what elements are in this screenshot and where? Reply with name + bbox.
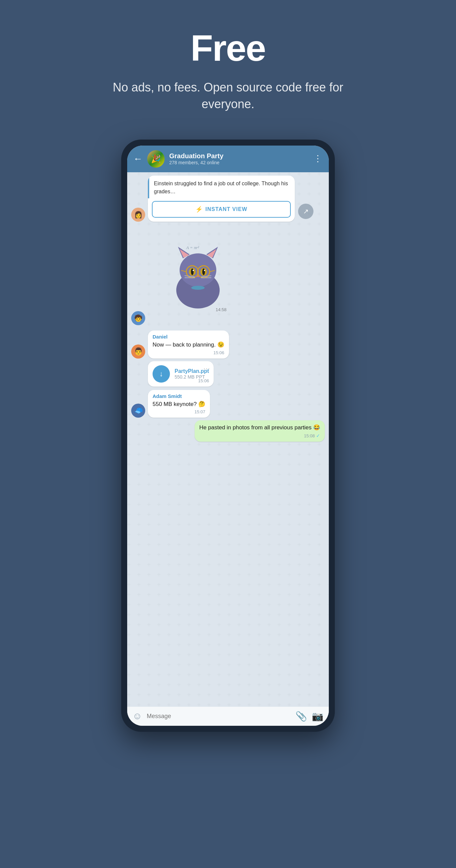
message-meta: 15:08 ✓ [199, 433, 320, 438]
text-message-bubble: Adam Smidt 550 MB keynote? 🤔 15:07 [148, 390, 210, 418]
table-row: 🧒 A = πr² V = l³ P = 2πr A = πr³ s = √(r… [131, 225, 325, 325]
message-time: 15:06 [213, 350, 224, 355]
table-row: 🧢 Adam Smidt 550 MB keynote? 🤔 15:07 [131, 390, 325, 418]
svg-point-14 [202, 269, 205, 275]
camera-button[interactable]: 📷 [312, 711, 324, 722]
lightning-icon: ⚡ [195, 206, 203, 213]
phone-screen: ← 🎉 Graduation Party 278 members, 42 onl… [127, 146, 329, 726]
sticker-message: A = πr² V = l³ P = 2πr A = πr³ s = √(r²+… [148, 225, 248, 325]
svg-point-16 [204, 270, 205, 271]
article-preview-text: Einstein struggled to find a job out of … [148, 176, 295, 198]
svg-point-15 [193, 270, 194, 271]
text-message-bubble: Daniel Now — back to planning. 😉 15:06 [148, 331, 229, 359]
avatar: 👩 [131, 208, 145, 222]
attach-button[interactable]: 📎 [296, 711, 307, 722]
back-button[interactable]: ← [133, 154, 143, 163]
phone-frame: ← 🎉 Graduation Party 278 members, 42 onl… [121, 140, 335, 732]
message-time: 15:07 [194, 409, 205, 414]
more-options-button[interactable]: ⋮ [313, 154, 323, 164]
message-meta: 15:06 [153, 350, 224, 355]
table-row: He pasted in photos from all previous pa… [131, 420, 325, 442]
group-name: Graduation Party [169, 152, 309, 160]
group-avatar: 🎉 [147, 150, 164, 167]
file-message-bubble: ↓ PartyPlan.ppt 550.2 MB PPT ⋯ 15:06 [148, 361, 214, 386]
download-button[interactable]: ↓ [153, 365, 170, 382]
message-input[interactable] [147, 713, 291, 720]
avatar: 🧒 [131, 311, 145, 325]
chat-header: ← 🎉 Graduation Party 278 members, 42 onl… [127, 146, 329, 172]
instant-view-label: INSTANT VIEW [205, 206, 247, 212]
message-meta: 15:07 [153, 409, 205, 414]
file-more-button[interactable]: ⋯ [203, 365, 210, 373]
share-button[interactable]: ↗ [298, 204, 313, 219]
emoji-button[interactable]: ☺ [132, 711, 142, 721]
table-row: ↓ PartyPlan.ppt 550.2 MB PPT ⋯ 15:06 [131, 361, 325, 386]
message-text: He pasted in photos from all previous pa… [199, 424, 320, 431]
hero-subtitle: No ads, no fees. Open source code free f… [111, 79, 345, 113]
instant-view-button[interactable]: ⚡ INSTANT VIEW [152, 201, 291, 218]
cat-sticker: 14:58 [166, 238, 230, 312]
message-sender: Daniel [153, 334, 224, 340]
message-time: 15:08 [304, 433, 315, 438]
hero-section: Free No ads, no fees. Open source code f… [0, 0, 456, 133]
svg-text:14:58: 14:58 [216, 307, 227, 312]
message-text: Now — back to planning. 😉 [153, 342, 224, 348]
chat-body: 👩 Einstein struggled to find a job out o… [127, 172, 329, 706]
group-status: 278 members, 42 online [169, 160, 309, 165]
table-row: 👨 Daniel Now — back to planning. 😉 15:06 [131, 331, 325, 359]
hero-title: Free [13, 27, 443, 69]
message-sender: Adam Smidt [153, 393, 205, 399]
file-time: 15:06 [198, 378, 209, 383]
avatar: 👨 [131, 344, 145, 359]
svg-point-13 [191, 269, 193, 275]
header-info: Graduation Party 278 members, 42 online [169, 152, 309, 165]
table-row: 👩 Einstein struggled to find a job out o… [131, 176, 325, 222]
message-input-bar: ☺ 📎 📷 [127, 706, 329, 726]
read-receipt-icon: ✓ [316, 433, 320, 438]
message-text: 550 MB keynote? 🤔 [153, 401, 205, 407]
article-message-bubble: Einstein struggled to find a job out of … [148, 176, 295, 222]
own-message-bubble: He pasted in photos from all previous pa… [194, 420, 325, 442]
svg-point-22 [191, 286, 205, 290]
avatar: 🧢 [131, 404, 145, 417]
